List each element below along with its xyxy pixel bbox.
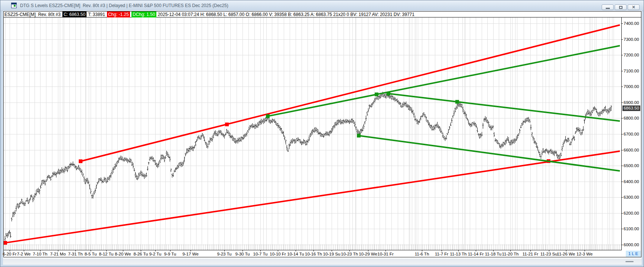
trendline-anchor-square	[3, 241, 7, 245]
time-scale-label: 12-3 We	[573, 251, 596, 257]
time-scale-label: 9-17 We	[179, 251, 202, 257]
status-segment: DChg: 1.50	[131, 12, 156, 17]
price-scale-label: 6200.00	[624, 211, 641, 216]
trendline-anchor-square	[455, 100, 459, 104]
quote-status-bar: ESZ25-CME[M] Rev. 80t #3C: 6863.50T: 338…	[4, 12, 416, 17]
price-scale-label: 6000.00	[624, 242, 641, 247]
trendline-anchor-square	[79, 159, 82, 163]
price-scale-label: 6700.00	[624, 132, 641, 137]
price-scale-label: 7000.00	[624, 84, 641, 89]
le-badge[interactable]: 1 L E	[626, 251, 641, 257]
trendline-anchor-square	[387, 92, 390, 95]
status-segment: 2025-12-04 03:07:24 H: 6868.50 L: 6857.0…	[158, 12, 414, 17]
trendline-anchor-square	[357, 134, 361, 137]
trendline-green-upper-wedge	[388, 94, 620, 121]
price-scale-label: 7100.00	[624, 69, 641, 74]
status-segment: C: 6863.50	[62, 12, 87, 17]
price-scale-label: 6900.00	[624, 100, 641, 105]
price-scale-label: 7300.00	[624, 37, 641, 42]
bottom-strip	[3, 258, 642, 265]
trendline-green-rising-channel	[268, 46, 620, 116]
price-scale-label: 6100.00	[624, 227, 641, 231]
app-window: DTG S Levels ESZ25-CME[M] Rev. 80t #3 | …	[0, 0, 644, 267]
price-scale-label: 6600.00	[624, 148, 641, 153]
status-segment: T: 33891	[88, 12, 105, 17]
price-scale-label: 6400.00	[624, 179, 641, 184]
trendline-upper-red-resistance	[81, 25, 620, 161]
price-scale-label: 7400.00	[624, 21, 641, 26]
price-scale-label: 6500.00	[624, 163, 641, 168]
price-scale-label: 6300.00	[624, 195, 641, 200]
price-scale-label: 6800.00	[624, 116, 641, 121]
last-price-tag: 6863.50	[622, 105, 640, 111]
time-scale-label: 10-31 Fr	[374, 251, 397, 257]
price-chart[interactable]	[0, 0, 644, 267]
price-scale-label: 7200.00	[624, 53, 641, 58]
trendline-anchor-square	[225, 123, 229, 126]
status-segment: Chg: -1.25	[107, 12, 130, 17]
trendline-anchor-square	[266, 114, 270, 118]
status-segment: ESZ25-CME[M] Rev. 80t #3	[4, 12, 61, 17]
resize-grip[interactable]	[625, 261, 634, 262]
trendline-anchor-square	[375, 92, 378, 96]
